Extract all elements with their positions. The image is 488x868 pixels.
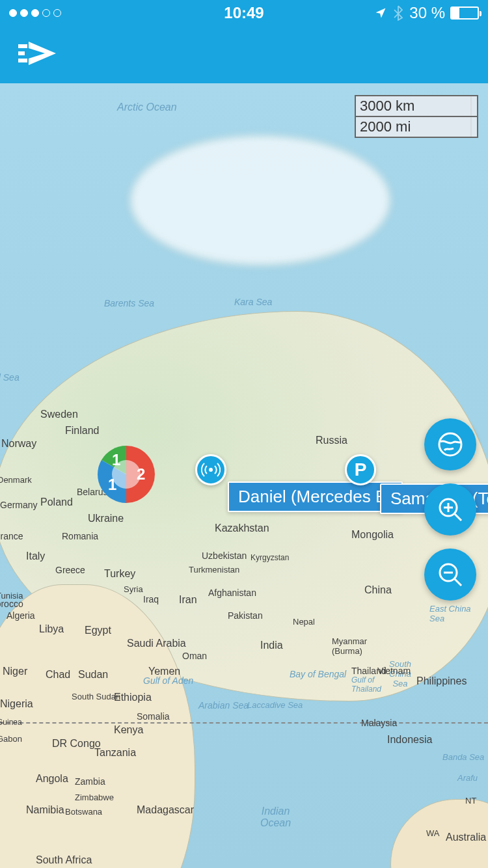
label-kazakhstan: Kazakhstan xyxy=(215,522,269,534)
label-turkmenistan: Turkmenistan xyxy=(189,565,239,575)
svg-line-9 xyxy=(455,514,461,521)
label-egypt: Egypt xyxy=(85,625,111,636)
label-kyrgyzstan: Kyrgyzstan xyxy=(251,553,289,562)
label-kenya: Kenya xyxy=(114,724,143,736)
cluster-count-green: 1 xyxy=(112,451,120,469)
map-canvas[interactable]: Arctic Ocean Barents Sea Kara Sea al Sea… xyxy=(0,83,488,868)
label-vietnam: Vietnam xyxy=(377,666,411,676)
label-australia: Australia xyxy=(446,832,486,843)
label-nt: NT xyxy=(465,796,476,806)
pin-samantha[interactable]: P xyxy=(345,454,376,485)
label-myanmar: Myanmar (Burma) xyxy=(332,636,367,656)
label-turkey: Turkey xyxy=(104,568,135,580)
label-malaysia: Malaysia xyxy=(361,718,397,728)
label-uzbekistan: Uzbekistan xyxy=(202,550,247,561)
label-arabian-sea: Arabian Sea xyxy=(198,700,249,711)
status-left xyxy=(9,9,61,17)
label-gabon: Gabon xyxy=(0,734,22,744)
app-header xyxy=(0,26,488,83)
zoom-in-icon xyxy=(437,496,464,523)
status-time: 10:49 xyxy=(224,4,264,22)
label-afghanistan: Afghanistan xyxy=(208,588,256,598)
label-syria: Syria xyxy=(124,584,143,594)
label-mongolia: Mongolia xyxy=(351,529,394,541)
land-arctic xyxy=(130,135,390,265)
label-guinea: Guinea xyxy=(0,718,22,727)
battery-percent: 30 % xyxy=(409,4,445,22)
label-india: India xyxy=(260,640,283,651)
pin-daniel[interactable] xyxy=(195,454,226,485)
cluster-marker[interactable]: 1 1 2 xyxy=(96,444,156,504)
svg-point-5 xyxy=(439,433,461,455)
label-finland: Finland xyxy=(65,425,99,437)
svg-rect-0 xyxy=(18,44,27,48)
scale-km: 3000 km xyxy=(355,95,472,117)
label-norway: Norway xyxy=(1,438,36,450)
label-wa: WA xyxy=(426,828,439,838)
globe-icon xyxy=(437,431,464,458)
signal-dots xyxy=(9,9,61,17)
label-china: China xyxy=(364,584,392,596)
label-arafu: Arafu xyxy=(457,773,478,783)
label-banda: Banda Sea xyxy=(442,752,484,762)
label-oman: Oman xyxy=(182,651,207,661)
label-tunisia: Tunisia xyxy=(0,591,23,601)
label-france: France xyxy=(0,531,23,541)
label-denmark: Denmark xyxy=(0,475,32,485)
label-botswana: Botswana xyxy=(65,807,102,817)
label-nigeria: Nigeria xyxy=(0,698,33,710)
cluster-count-blue: 1 xyxy=(108,476,116,494)
app-logo-icon[interactable] xyxy=(16,36,61,73)
label-pakistan: Pakistan xyxy=(228,610,263,621)
label-ukraine: Ukraine xyxy=(88,513,124,524)
parking-icon: P xyxy=(355,459,367,480)
location-services-icon xyxy=(374,7,387,20)
bluetooth-icon xyxy=(392,5,404,21)
label-iraq: Iraq xyxy=(143,594,159,604)
label-tanzania: Tanzania xyxy=(94,747,136,759)
label-niger: Niger xyxy=(3,666,27,677)
pin-label-daniel[interactable]: Daniel (Mercedes E) xyxy=(228,481,403,512)
label-zimbabwe: Zimbabwe xyxy=(75,793,114,802)
label-barents: Barents Sea xyxy=(104,298,154,308)
label-romania: Romania xyxy=(62,531,98,541)
label-south-sudan: South Sudan xyxy=(72,692,120,701)
status-right: 30 % xyxy=(374,4,479,22)
label-somalia: Somalia xyxy=(137,711,170,722)
svg-rect-1 xyxy=(18,51,25,55)
label-east-china: East China Sea xyxy=(429,604,471,623)
zoom-out-button[interactable] xyxy=(424,549,476,601)
label-philippines: Philippines xyxy=(416,675,467,687)
label-madagascar: Madagascar xyxy=(137,804,194,816)
battery-icon xyxy=(450,7,479,20)
label-saudi: Saudi Arabia xyxy=(127,638,186,649)
label-angola: Angola xyxy=(36,773,68,785)
svg-rect-2 xyxy=(18,59,27,62)
label-bay-bengal: Bay of Bengal xyxy=(290,669,346,679)
signal-icon xyxy=(201,460,221,480)
label-laccadive: Laccadive Sea xyxy=(247,700,303,710)
label-yemen: Yemen xyxy=(148,666,180,677)
label-south-africa: South Africa xyxy=(36,854,92,866)
app-screen: 10:49 30 % Arctic Ocean Barents Sea Kar xyxy=(0,0,488,868)
label-greece: Greece xyxy=(55,565,85,575)
zoom-in-button[interactable] xyxy=(424,483,476,536)
svg-line-12 xyxy=(455,579,461,586)
map-scale: 3000 km 2000 mi xyxy=(355,95,472,138)
svg-point-4 xyxy=(209,468,213,472)
label-indonesia: Indonesia xyxy=(387,734,432,746)
label-algeria: Algeria xyxy=(7,610,35,621)
label-chad: Chad xyxy=(46,669,70,681)
label-iran: Iran xyxy=(179,594,197,606)
label-kara: Kara Sea xyxy=(234,297,272,307)
label-sweden: Sweden xyxy=(40,409,78,420)
label-libya: Libya xyxy=(39,623,64,635)
label-russia: Russia xyxy=(316,435,347,446)
label-al-sea: al Sea xyxy=(0,372,20,383)
label-gulf-thailand: Gulf of Thailand xyxy=(351,675,381,694)
label-namibia: Namibia xyxy=(26,804,64,816)
cluster-count-red: 2 xyxy=(137,465,145,483)
label-zambia: Zambia xyxy=(75,776,105,787)
globe-button[interactable] xyxy=(424,418,476,470)
status-bar: 10:49 30 % xyxy=(0,0,488,26)
